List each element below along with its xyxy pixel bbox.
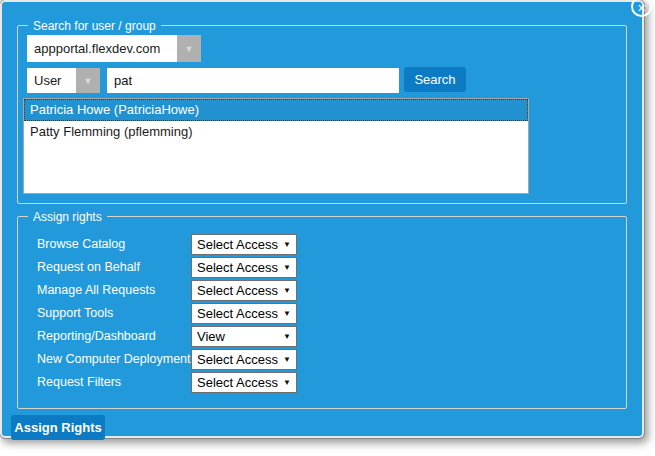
chevron-down-icon: ▼ (283, 378, 291, 387)
rights-row-label: Reporting/Dashboard (37, 326, 156, 347)
assign-rights-dialog: ✕ Search for user / group appportal.flex… (0, 0, 644, 438)
access-select[interactable]: Select Access▼ (191, 303, 297, 324)
rights-row-label: Browse Catalog (37, 234, 125, 255)
rights-row-label: New Computer Deployment (37, 349, 191, 370)
chevron-down-icon: ▼ (283, 263, 291, 272)
access-select-value: Select Access (197, 352, 278, 367)
access-select[interactable]: View▼ (191, 326, 297, 347)
chevron-down-icon: ▼ (283, 355, 291, 364)
access-select-value: Select Access (197, 306, 278, 321)
access-select[interactable]: Select Access▼ (191, 372, 297, 393)
access-select-value: View (197, 329, 225, 344)
access-select[interactable]: Select Access▼ (191, 257, 297, 278)
chevron-down-icon: ▼ (283, 332, 291, 341)
rights-row-label: Support Tools (37, 303, 113, 324)
access-select-value: Select Access (197, 260, 278, 275)
access-select[interactable]: Select Access▼ (191, 234, 297, 255)
assign-rights-button[interactable]: Assign Rights (11, 415, 105, 440)
access-select-value: Select Access (197, 283, 278, 298)
rights-rows: Browse CatalogSelect Access▼Request on B… (2, 2, 642, 436)
rights-row-label: Request Filters (37, 372, 121, 393)
rights-row-label: Request on Behalf (37, 257, 140, 278)
chevron-down-icon: ▼ (283, 286, 291, 295)
chevron-down-icon: ▼ (283, 240, 291, 249)
access-select-value: Select Access (197, 375, 278, 390)
access-select[interactable]: Select Access▼ (191, 280, 297, 301)
chevron-down-icon: ▼ (283, 309, 291, 318)
access-select-value: Select Access (197, 237, 278, 252)
rights-row-label: Manage All Requests (37, 280, 155, 301)
access-select[interactable]: Select Access▼ (191, 349, 297, 370)
